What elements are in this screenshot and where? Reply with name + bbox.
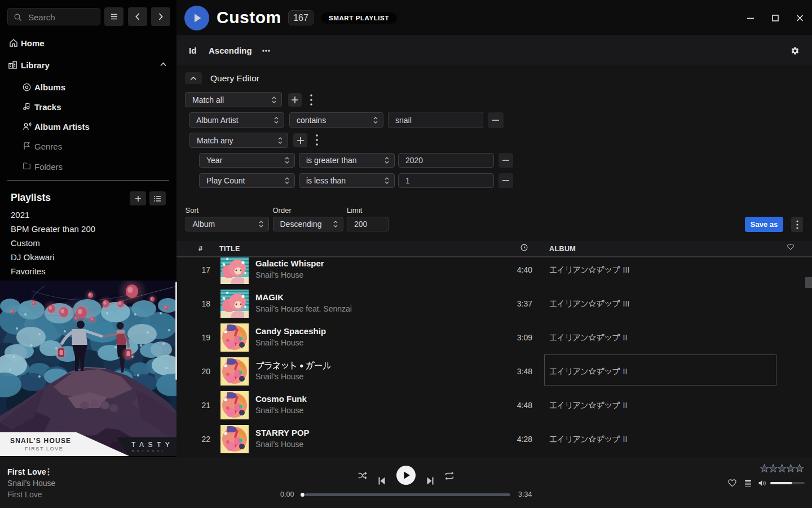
svg-text:TASTY: TASTY (131, 441, 174, 449)
svg-text:BSTNNXI: BSTNNXI (132, 449, 166, 453)
svg-text:SNAIL’S HOUSE: SNAIL’S HOUSE (10, 437, 71, 445)
svg-text:FIRST LOVE: FIRST LOVE (25, 446, 63, 452)
